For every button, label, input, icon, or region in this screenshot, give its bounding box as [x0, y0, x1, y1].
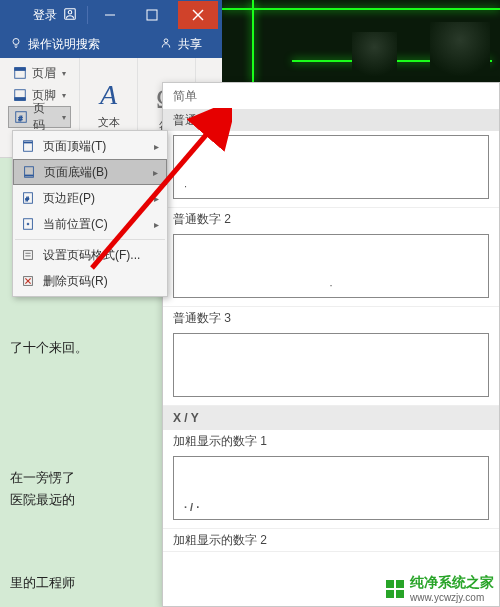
dd-format[interactable]: 设置页码格式(F)...: [13, 242, 167, 268]
chevron-right-icon: ▸: [153, 167, 158, 178]
tell-me-label: 操作说明搜索: [28, 36, 100, 53]
watermark-url: www.ycwzjy.com: [410, 592, 494, 603]
dd-label: 页面底端(B): [44, 164, 108, 181]
svg-rect-13: [15, 98, 26, 101]
textbox-label: 文本: [98, 115, 120, 130]
svg-rect-11: [15, 68, 26, 71]
dd-page-margin[interactable]: # 页边距(P) ▸: [13, 185, 167, 211]
share-label: 共享: [178, 36, 202, 53]
svg-point-9: [164, 38, 168, 42]
dd-label: 页边距(P): [43, 190, 95, 207]
gallery-preview: · / ·: [173, 456, 489, 520]
lightbulb-icon: [10, 37, 22, 52]
login-segment[interactable]: 登录: [25, 7, 85, 24]
tell-me-search[interactable]: 操作说明搜索: [10, 36, 100, 53]
dd-remove[interactable]: 删除页码(R): [13, 268, 167, 294]
gallery-item[interactable]: 普通数字 1 ·: [163, 109, 499, 208]
svg-text:#: #: [18, 115, 22, 122]
gallery-preview: ·: [173, 234, 489, 298]
close-button[interactable]: [178, 1, 218, 29]
page-bottom-icon: [20, 163, 38, 181]
share-button[interactable]: 共享: [160, 36, 202, 53]
page-number-icon: #: [13, 109, 29, 125]
svg-text:#: #: [25, 195, 29, 202]
page-margin-icon: #: [19, 189, 37, 207]
dd-label: 页面顶端(T): [43, 138, 106, 155]
page-number-dropdown: 页面顶端(T) ▸ 页面底端(B) ▸ # 页边距(P) ▸ 当前位置(C) ▸…: [12, 130, 168, 297]
background-video-thumbnail: [222, 0, 500, 82]
maximize-button[interactable]: [132, 1, 172, 29]
window-titlebar: 登录: [0, 0, 222, 30]
svg-point-6: [13, 38, 19, 44]
minimize-button[interactable]: [90, 1, 130, 29]
dd-label: 删除页码(R): [43, 273, 108, 290]
gallery-item-label: 加粗显示的数字 1: [163, 430, 499, 452]
header-label: 页眉: [32, 65, 56, 82]
chevron-right-icon: ▸: [154, 219, 159, 230]
ribbon-tab-row: 操作说明搜索 共享: [0, 30, 222, 58]
gallery-preview: ·: [173, 135, 489, 199]
watermark: 纯净系统之家 www.ycwzjy.com: [386, 574, 494, 603]
footer-icon: [12, 87, 28, 103]
gallery-item[interactable]: 普通数字 3: [163, 307, 499, 406]
textbox-icon: A: [100, 79, 117, 111]
separator: [15, 239, 165, 240]
gallery-section-xy: X / Y: [163, 406, 499, 430]
gallery-item-label: 普通数字 2: [163, 208, 499, 230]
gallery-item-label: 普通数字 1: [163, 109, 499, 131]
document-text: 了十个来回。: [10, 338, 88, 359]
header-button[interactable]: 页眉 ▾: [8, 62, 71, 84]
dd-page-bottom[interactable]: 页面底端(B) ▸: [13, 159, 167, 185]
user-icon: [63, 7, 77, 24]
dd-label: 当前位置(C): [43, 216, 108, 233]
svg-point-23: [27, 223, 29, 225]
document-text: 医院最远的: [10, 490, 75, 511]
page-number-gallery: 简单 普通数字 1 · 普通数字 2 · 普通数字 3 X / Y 加粗显示的数…: [162, 82, 500, 607]
chevron-right-icon: ▸: [154, 193, 159, 204]
dd-page-top[interactable]: 页面顶端(T) ▸: [13, 133, 167, 159]
gallery-item-label: 普通数字 3: [163, 307, 499, 329]
login-label: 登录: [33, 7, 57, 24]
gallery-preview: [173, 333, 489, 397]
watermark-brand: 纯净系统之家: [410, 574, 494, 592]
gallery-item[interactable]: 加粗显示的数字 2: [163, 529, 499, 552]
remove-icon: [19, 272, 37, 290]
watermark-logo-icon: [386, 580, 404, 598]
format-icon: [19, 246, 37, 264]
current-pos-icon: [19, 215, 37, 233]
caret-down-icon: ▾: [62, 69, 66, 78]
document-text: 在一旁愣了: [10, 468, 75, 489]
gallery-item[interactable]: 普通数字 2 ·: [163, 208, 499, 307]
page-top-icon: [19, 137, 37, 155]
share-icon: [160, 37, 172, 52]
gallery-section-simple: 简单: [163, 83, 499, 109]
svg-rect-24: [24, 251, 33, 260]
dd-current-position[interactable]: 当前位置(C) ▸: [13, 211, 167, 237]
caret-down-icon: ▾: [62, 91, 66, 100]
svg-point-1: [68, 10, 72, 14]
header-icon: [12, 65, 28, 81]
svg-rect-3: [147, 10, 157, 20]
document-text: 里的工程师: [10, 573, 75, 594]
caret-down-icon: ▾: [62, 113, 66, 122]
page-number-button[interactable]: # 页码 ▾: [8, 106, 71, 128]
page-number-label: 页码: [33, 100, 56, 134]
gallery-item[interactable]: 加粗显示的数字 1 · / ·: [163, 430, 499, 529]
gallery-item-label: 加粗显示的数字 2: [163, 529, 499, 551]
chevron-right-icon: ▸: [154, 141, 159, 152]
dd-label: 设置页码格式(F)...: [43, 247, 140, 264]
